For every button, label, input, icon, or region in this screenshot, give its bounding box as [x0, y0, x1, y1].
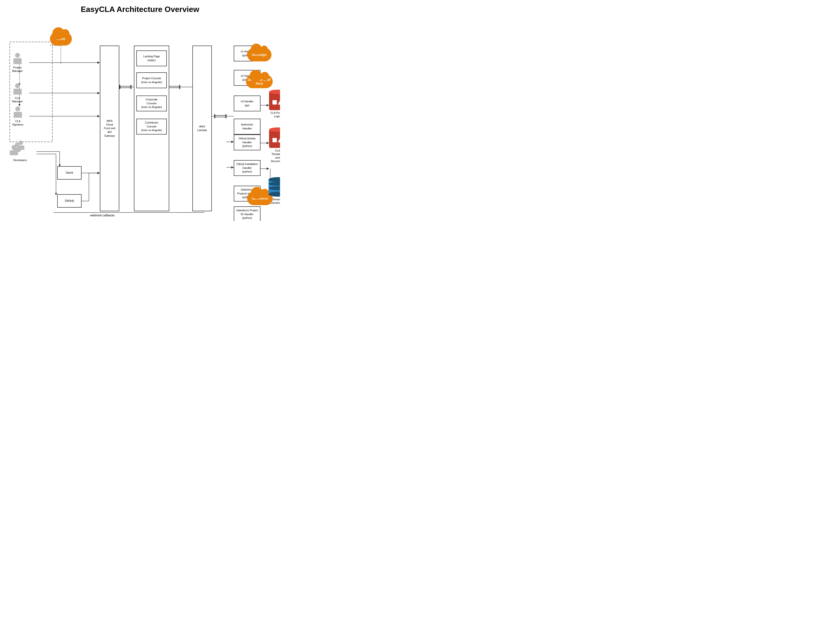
webhook-callbacks-label: webhook callbacks [90, 214, 115, 217]
github-activity-box: Github ActivityHandler(python) [234, 135, 261, 150]
svg-marker-20 [97, 172, 100, 174]
github-activity-label: Github ActivityHandler(python) [238, 137, 256, 148]
project-manager-label: ProjectManager [12, 66, 23, 73]
salesforce-project-id-label: Salesforce ProjectID Handler(python) [236, 209, 258, 220]
docraptor-cloud: Docraptor (PDF Gen) [246, 75, 273, 88]
authorizer-handler-label: AuthorizerHandler [241, 123, 253, 130]
docraptor-label: Docraptor (PDF Gen) [246, 78, 273, 85]
person-body [13, 58, 22, 64]
s3-logos-label: CLA ProjectLogos [270, 111, 280, 118]
cla-manager-person: CLAManager [12, 83, 23, 103]
person-head [15, 106, 20, 111]
lambda-label: AWSLambda [197, 125, 207, 132]
v3-handler-box: v3 Handler(go) [234, 95, 261, 111]
svg-marker-49 [267, 142, 269, 144]
svg-marker-24 [119, 85, 122, 89]
person-head [15, 53, 20, 58]
authorizer-handler-box: AuthorizerHandler [234, 119, 261, 135]
s3-cla-templates: CLATemplatesandDocuments [269, 130, 280, 163]
contributor-console-box: ContributorConsole(Ionic on Angular) [136, 119, 167, 135]
svg-marker-6 [19, 104, 21, 106]
cla-manager-label: CLAManager [12, 96, 23, 103]
svg-marker-18 [55, 193, 57, 195]
docusign-cloud: Docusign [247, 48, 272, 62]
svg-marker-32 [214, 114, 217, 119]
cla-signatory-person: CLASignatory [12, 106, 24, 127]
corporate-console-box: CorporateConsole(ionic on Angular) [136, 95, 167, 111]
github-installation-label: Github InstallationHandler(python) [237, 162, 258, 174]
landing-page-label: Landing Page(static) [144, 55, 160, 62]
v3-handler-label: v3 Handler(go) [240, 100, 253, 107]
contributor-console-label: ContributorConsole(Ionic on Angular) [141, 121, 162, 132]
person-head [15, 83, 20, 88]
docusign-label: Docusign [252, 53, 266, 57]
cloudfront-box: AWSCloudFront andAPIGateway [100, 46, 119, 211]
lambda-box: AWSLambda [193, 46, 212, 211]
s3-templates-label: CLATemplatesandDocuments [271, 149, 280, 163]
project-console-box: Project Console(Ionic on Angular) [136, 72, 167, 88]
svg-marker-33 [224, 114, 226, 119]
svg-marker-12 [97, 115, 100, 117]
person-body [14, 112, 22, 118]
svg-marker-10 [97, 92, 100, 94]
github-label: GitHub [65, 199, 74, 203]
svg-marker-55 [231, 141, 234, 143]
corporate-console-label: CorporateConsole(ionic on Angular) [141, 98, 162, 109]
svg-marker-29 [178, 85, 180, 89]
page-title: EasyCLA Architecture Overview [5, 5, 275, 14]
svg-marker-47 [267, 104, 269, 106]
salesforce-label: Salesforce [252, 196, 268, 200]
cloudfront-label: AWSCloudFront andAPIGateway [104, 119, 115, 138]
svg-marker-8 [97, 62, 100, 64]
s3-cla-logos: CLA ProjectLogos [269, 92, 280, 118]
project-manager-person: ProjectManager [12, 53, 23, 73]
github-installation-box: Github InstallationHandler(python) [234, 160, 261, 176]
svg-marker-51 [267, 168, 269, 170]
auth0-label: auth0 [57, 37, 65, 41]
svg-marker-25 [129, 85, 131, 89]
cla-signatory-label: CLASignatory [12, 119, 24, 127]
github-box: GitHub [57, 194, 82, 207]
gerrit-label: Gerrit [66, 171, 73, 175]
person-body [13, 89, 22, 95]
auth0-cloud: auth0 [50, 32, 72, 46]
svg-marker-57 [231, 166, 234, 169]
developers-label: Developers [10, 158, 30, 162]
developers-group: Developers [10, 141, 30, 162]
salesforce-project-id-box: Salesforce ProjectID Handler(python) [234, 206, 261, 221]
landing-page-box: Landing Page(static) [136, 51, 167, 66]
architecture-diagram: auth0 ProjectManager CLAManager CLASigna… [5, 21, 275, 216]
gerrit-box: Gerrit [57, 166, 82, 180]
project-console-label: Project Console(Ionic on Angular) [141, 76, 162, 84]
